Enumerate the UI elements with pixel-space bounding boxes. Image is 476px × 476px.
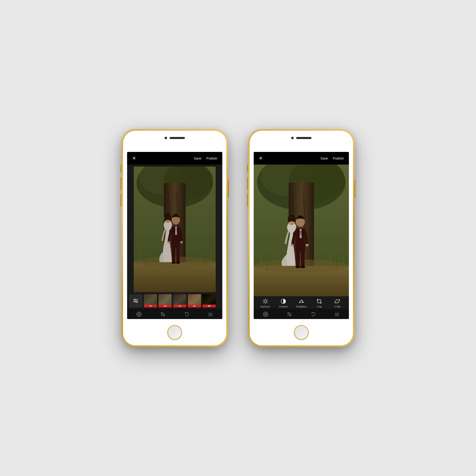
mute-button-2[interactable] [247, 165, 248, 173]
svg-point-21 [134, 299, 135, 301]
vol-down-button-1[interactable] [121, 194, 122, 206]
nav-grid-2[interactable] [263, 311, 268, 317]
phone-1: ✕ Save Publish [122, 129, 228, 347]
publish-button-1[interactable]: Publish [206, 156, 217, 160]
crop-label: Crop [317, 305, 322, 308]
sliders-icon [160, 311, 166, 317]
filter-label-a4: A4 [144, 305, 157, 307]
exposure-label: Exposure [261, 305, 270, 308]
filter-label-a5: A5 [158, 305, 172, 307]
bottom-nav-2 [254, 309, 349, 319]
adjust-button-1[interactable] [129, 294, 142, 307]
top-bar-1: ✕ Save Publish [127, 152, 222, 165]
photo-inner-2 [254, 165, 349, 296]
speaker-1 [170, 137, 185, 139]
wedding-photo-2 [254, 165, 349, 296]
filter-item-a5[interactable]: A5 [158, 294, 172, 307]
grid-icon-2 [263, 311, 268, 317]
list-icon-2 [334, 311, 340, 317]
phone-2: ✕ Save Publish [248, 129, 354, 347]
tool-straighten[interactable]: Straighten [295, 298, 308, 308]
straighten-icon [298, 298, 304, 304]
svg-point-31 [161, 313, 163, 314]
publish-button-2[interactable]: Publish [333, 156, 344, 160]
save-button-2[interactable]: Save [321, 156, 328, 160]
grid-icon [136, 311, 142, 317]
screen-content-1: ✕ Save Publish [127, 152, 222, 319]
nav-list-1[interactable] [208, 311, 213, 317]
home-button-2[interactable] [294, 325, 309, 340]
edit-toolbar-2: Exposure Contrast [254, 296, 349, 309]
edit-tools-row-2: Exposure Contrast [254, 298, 349, 308]
svg-point-32 [163, 315, 165, 316]
nav-list-2[interactable] [334, 311, 340, 317]
sensor-bar-1 [165, 137, 185, 139]
svg-line-60 [263, 299, 264, 300]
xskew-icon [334, 298, 340, 304]
tool-exposure[interactable]: Exposure [259, 298, 272, 308]
photo-region-2 [254, 165, 349, 296]
speaker-2 [296, 137, 311, 139]
vol-up-button-1[interactable] [121, 177, 122, 190]
contrast-label: Contrast [279, 305, 288, 308]
filter-thumb-b1: B1 [188, 294, 201, 307]
tool-contrast[interactable]: Contrast [277, 298, 290, 308]
svg-rect-65 [318, 300, 321, 303]
svg-point-22 [136, 301, 137, 303]
tool-crop[interactable]: Crop [313, 298, 326, 308]
nav-sliders-2[interactable] [287, 311, 292, 317]
bottom-nav-1 [127, 309, 222, 319]
home-button-1[interactable] [167, 325, 182, 340]
undo-icon [184, 311, 189, 317]
nav-sliders-1[interactable] [160, 311, 166, 317]
front-camera-1 [165, 137, 167, 139]
front-camera-2 [291, 137, 294, 139]
power-button-2[interactable] [354, 180, 355, 197]
top-bar-actions-2: Save Publish [321, 156, 344, 160]
adjust-sliders-icon [133, 298, 139, 304]
screen-content-2: ✕ Save Publish [254, 152, 349, 319]
mute-button-1[interactable] [121, 165, 122, 173]
filter-item-a6[interactable]: A6 [173, 294, 186, 307]
svg-point-76 [290, 315, 291, 316]
sensor-bar-2 [291, 137, 311, 139]
photo-frame-1 [132, 167, 218, 292]
power-button-1[interactable] [228, 180, 229, 197]
filter-item-a4[interactable]: A4 [144, 294, 157, 307]
svg-marker-66 [335, 300, 340, 303]
straighten-label: Straighten [296, 305, 306, 308]
svg-line-62 [267, 299, 267, 300]
xskew-label: X-Ske [334, 305, 341, 308]
photo-region-1 [127, 165, 222, 292]
close-button-1[interactable]: ✕ [132, 155, 136, 161]
vol-up-button-2[interactable] [247, 177, 248, 190]
svg-rect-18 [134, 167, 215, 292]
filter-thumb-a5: A5 [158, 294, 172, 307]
close-button-2[interactable]: ✕ [259, 155, 263, 161]
nav-undo-2[interactable] [310, 311, 316, 317]
screen-1: ✕ Save Publish [127, 152, 222, 319]
nav-grid-1[interactable] [136, 311, 142, 317]
filter-scroll-1: A4 A5 A6 [127, 294, 222, 307]
filter-label-b5: B5 [203, 305, 216, 307]
svg-line-61 [267, 303, 267, 303]
filter-label-b1: B1 [188, 305, 201, 307]
svg-point-55 [264, 300, 267, 303]
filter-thumb-a4: A4 [144, 294, 157, 307]
filter-item-b1[interactable]: B1 [188, 294, 201, 307]
crop-icon [316, 298, 322, 304]
tool-xskew[interactable]: X-Ske [331, 298, 344, 308]
top-bar-actions-1: Save Publish [194, 156, 217, 160]
list-icon [208, 311, 213, 317]
svg-point-75 [288, 313, 289, 314]
filter-item-b5[interactable]: B5 [203, 294, 216, 307]
wedding-photo-1 [132, 167, 218, 292]
svg-rect-54 [254, 165, 349, 296]
undo-icon-2 [310, 311, 316, 317]
screen-2: ✕ Save Publish [254, 152, 349, 319]
svg-line-63 [263, 303, 264, 303]
save-button-1[interactable]: Save [194, 156, 202, 160]
vol-down-button-2[interactable] [247, 194, 248, 206]
contrast-icon [280, 298, 286, 304]
nav-undo-1[interactable] [184, 311, 189, 317]
